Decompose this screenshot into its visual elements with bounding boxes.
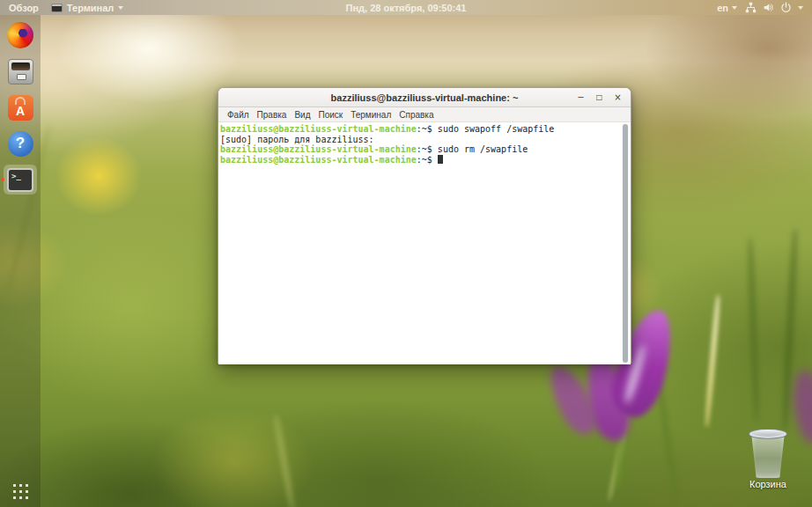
menu-file[interactable]: Файл bbox=[227, 110, 249, 120]
grass-blade bbox=[273, 414, 294, 507]
dock-item-help[interactable]: ? bbox=[4, 129, 37, 158]
system-status-area[interactable] bbox=[745, 2, 803, 13]
trash-icon bbox=[749, 429, 787, 478]
maximize-button[interactable]: □ bbox=[592, 90, 607, 105]
show-applications-button[interactable] bbox=[11, 482, 29, 500]
power-icon bbox=[780, 2, 792, 13]
menu-edit[interactable]: Правка bbox=[257, 110, 287, 120]
trash-desktop-icon[interactable]: Корзина bbox=[743, 429, 793, 489]
close-button[interactable]: × bbox=[610, 90, 625, 105]
keyboard-layout-indicator[interactable]: en bbox=[717, 3, 737, 13]
terminal-line: [sudo] пароль для bazziliuss: bbox=[220, 135, 618, 145]
top-bar: Обзор Терминал Пнд, 28 октября, 09:50:41… bbox=[0, 0, 812, 15]
scrollbar-thumb[interactable] bbox=[623, 124, 628, 363]
menu-view[interactable]: Вид bbox=[294, 110, 310, 120]
terminal-window: bazziliuss@bazziliuss-virtual-machine: ~… bbox=[218, 87, 631, 364]
firefox-icon bbox=[7, 22, 33, 48]
grass-blade bbox=[747, 238, 759, 422]
terminal-line: bazziliuss@bazziliuss-virtual-machine:~$… bbox=[220, 124, 618, 135]
terminal-cursor bbox=[438, 155, 443, 164]
desktop: Обзор Терминал Пнд, 28 октября, 09:50:41… bbox=[0, 0, 812, 507]
volume-icon bbox=[763, 2, 774, 13]
terminal-scrollbar[interactable] bbox=[622, 123, 630, 364]
dock-item-firefox[interactable] bbox=[4, 20, 37, 50]
dock: A ? >_ bbox=[0, 15, 41, 507]
window-title: bazziliuss@bazziliuss-virtual-machine: ~ bbox=[218, 92, 631, 103]
app-menu[interactable]: Терминал bbox=[51, 3, 124, 13]
help-icon: ? bbox=[8, 131, 33, 157]
terminal-menubar: Файл Правка Вид Поиск Терминал Справка bbox=[218, 107, 631, 122]
dock-item-ubuntu-software[interactable]: A bbox=[4, 92, 37, 122]
terminal-line: bazziliuss@bazziliuss-virtual-machine:~$… bbox=[220, 144, 618, 155]
minimize-button[interactable]: − bbox=[573, 90, 588, 105]
terminal-content[interactable]: bazziliuss@bazziliuss-virtual-machine:~$… bbox=[218, 122, 631, 364]
chevron-down-icon bbox=[732, 6, 737, 10]
menu-terminal[interactable]: Терминал bbox=[351, 110, 391, 120]
menu-help[interactable]: Справка bbox=[399, 110, 433, 120]
menu-search[interactable]: Поиск bbox=[318, 110, 343, 120]
file-manager-icon bbox=[8, 59, 33, 84]
flower-petal bbox=[789, 368, 812, 446]
grass-blade bbox=[656, 378, 678, 501]
ubuntu-software-icon: A bbox=[8, 95, 33, 121]
app-menu-label: Терминал bbox=[67, 3, 114, 13]
network-wired-icon bbox=[745, 2, 757, 13]
language-label: en bbox=[717, 3, 728, 13]
terminal-icon: >_ bbox=[7, 168, 33, 192]
grass-blade bbox=[704, 295, 720, 427]
chevron-down-icon bbox=[118, 6, 123, 10]
dock-item-files[interactable] bbox=[4, 56, 37, 86]
activities-button[interactable]: Обзор bbox=[9, 3, 39, 13]
terminal-app-icon bbox=[51, 4, 63, 12]
terminal-line: bazziliuss@bazziliuss-virtual-machine:~$ bbox=[220, 155, 618, 165]
dock-item-terminal[interactable]: >_ bbox=[4, 165, 37, 195]
trash-label: Корзина bbox=[743, 479, 793, 489]
window-titlebar[interactable]: bazziliuss@bazziliuss-virtual-machine: ~… bbox=[218, 88, 631, 107]
chevron-down-icon bbox=[798, 6, 803, 10]
